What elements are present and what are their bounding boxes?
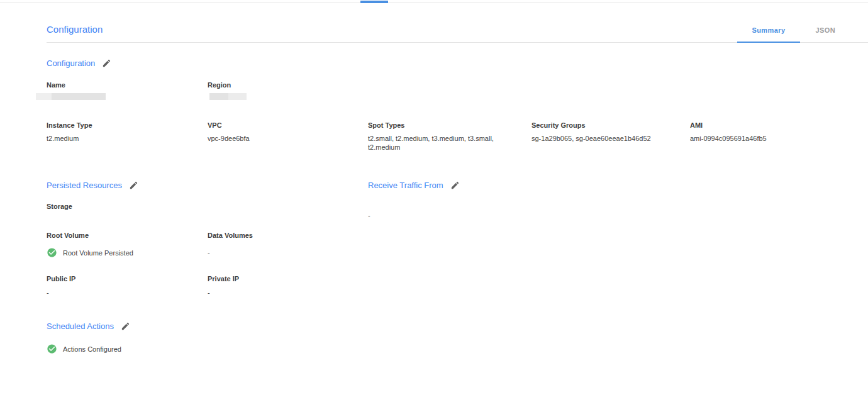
ip-labels-row: Public IP Private IP [47,275,843,283]
field-region: Region [208,81,368,100]
private-ip-value: - [208,288,368,297]
name-region-row: Name Region [47,81,843,100]
instance-type-value: t2.medium [47,134,208,143]
configuration-section-header: Configuration [47,59,111,68]
field-instance-type: Instance Type t2.medium [47,121,208,143]
receive-traffic-value: - [368,211,531,220]
public-ip-value: - [47,288,208,297]
ip-values-row: - - [47,283,843,297]
public-ip-label: Public IP [47,275,208,283]
name-value-redacted [36,93,106,100]
edit-receive-traffic-icon[interactable] [450,181,460,190]
volumes-values-row: Root Volume Persisted - [47,247,843,258]
root-volume-status: Root Volume Persisted [47,247,208,258]
private-ip-label: Private IP [208,275,368,283]
edit-scheduled-actions-icon[interactable] [121,322,130,331]
security-groups-label: Security Groups [531,121,690,130]
persisted-resources-section-header: Persisted Resources [47,181,138,190]
field-vpc: VPC vpc-9dee6bfa [208,121,368,143]
spot-types-value: t2.small, t2.medium, t3.medium, t3.small… [368,134,514,152]
root-volume-status-text: Root Volume Persisted [63,249,133,257]
section-headers-row: Persisted Resources Receive Traffic From [47,179,843,191]
field-ami: AMI ami-0994c095691a46fb5 [690,121,843,143]
scheduled-actions-status-text: Actions Configured [63,345,121,353]
instance-type-label: Instance Type [47,121,208,130]
receive-traffic-section-header: Receive Traffic From [368,181,460,190]
name-label: Name [47,81,208,89]
data-volumes-label: Data Volumes [208,232,368,240]
storage-row: Storage - [47,203,843,220]
ami-label: AMI [690,121,843,130]
region-value-redacted [209,93,247,100]
scheduled-actions-title: Scheduled Actions [47,322,114,331]
field-spot-types: Spot Types t2.small, t2.medium, t3.mediu… [368,121,531,152]
page-title: Configuration [47,24,103,42]
root-volume-label: Root Volume [47,232,208,240]
storage-label: Storage [47,203,368,211]
edit-persisted-resources-icon[interactable] [129,181,138,190]
vpc-label: VPC [208,121,368,130]
check-circle-icon [47,247,57,258]
vpc-value: vpc-9dee6bfa [208,134,368,143]
configuration-section-title: Configuration [47,59,95,68]
edit-configuration-icon[interactable] [102,59,111,68]
check-circle-icon [47,344,57,354]
field-name: Name [47,81,208,100]
scheduled-actions-status: Actions Configured [47,344,843,354]
spot-types-label: Spot Types [368,121,531,130]
tab-summary[interactable]: Summary [737,26,801,43]
page-header: Configuration Summary JSON [47,24,868,43]
persisted-resources-title: Persisted Resources [47,181,122,190]
receive-traffic-title: Receive Traffic From [368,181,443,190]
view-tabs: Summary JSON [737,26,868,42]
volumes-labels-row: Root Volume Data Volumes [47,232,843,240]
region-label: Region [208,81,368,89]
field-security-groups: Security Groups sg-1a29b065, sg-0eae60ee… [531,121,690,143]
instance-details-row: Instance Type t2.medium VPC vpc-9dee6bfa… [47,121,843,152]
data-volumes-value: - [208,249,368,257]
tab-json[interactable]: JSON [800,26,850,42]
configuration-page: Configuration Summary JSON Configuration… [0,0,868,354]
security-groups-value: sg-1a29b065, sg-0eae60eeae1b46d52 [531,134,690,143]
scheduled-actions-section-header: Scheduled Actions [47,322,130,331]
ami-value: ami-0994c095691a46fb5 [690,134,843,143]
